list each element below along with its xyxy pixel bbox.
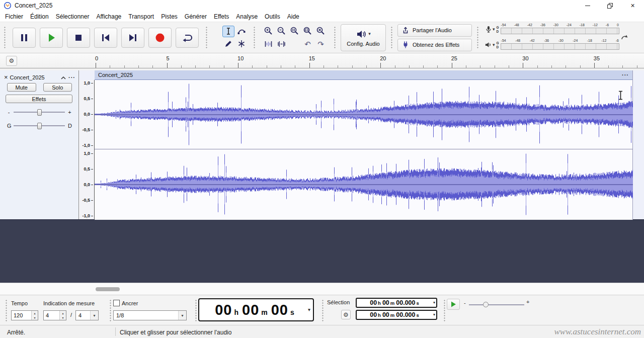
chevron-down-icon[interactable]: ▾ bbox=[178, 311, 186, 320]
snap-checkbox[interactable] bbox=[113, 300, 120, 306]
horizontal-scrollbar-thumb[interactable] bbox=[96, 287, 120, 291]
solo-button[interactable]: Solo bbox=[43, 83, 72, 92]
selection-start-field[interactable]: 00h00m00.000s ▾ bbox=[356, 298, 437, 308]
envelope-tool-button[interactable] bbox=[235, 26, 248, 37]
play-speed-thumb[interactable] bbox=[483, 302, 489, 307]
selection-tool-button[interactable] bbox=[222, 26, 234, 37]
play-speed-slider[interactable] bbox=[469, 300, 524, 309]
time-display[interactable]: 00h00m00s ▾ bbox=[198, 298, 314, 321]
snap-select[interactable]: 1/8 ▾ bbox=[113, 310, 187, 320]
audio-clip[interactable]: Concert_2025 ··· bbox=[95, 70, 633, 220]
menu-item[interactable]: Sélectionner bbox=[52, 12, 93, 21]
clip-menu-button[interactable]: ··· bbox=[622, 72, 629, 78]
meter-scale-number: -18 bbox=[580, 23, 585, 28]
track-menu-button[interactable]: ··· bbox=[68, 74, 75, 80]
waveform-channel-right[interactable] bbox=[95, 149, 633, 219]
zoom-out-button[interactable] bbox=[275, 25, 288, 37]
beats-spinner[interactable]: ▴▾ bbox=[59, 311, 66, 320]
undo-button[interactable]: ↶ bbox=[301, 38, 314, 50]
toolbar-grip[interactable] bbox=[476, 26, 479, 49]
menu-item[interactable]: Aide bbox=[284, 12, 303, 21]
zoom-in-button[interactable] bbox=[262, 25, 275, 37]
skip-to-start-button[interactable] bbox=[94, 28, 117, 48]
record-button[interactable] bbox=[148, 28, 172, 48]
horizontal-scrollbar[interactable] bbox=[0, 283, 644, 295]
snap-label[interactable]: Ancrer bbox=[122, 300, 138, 306]
selection-end-field[interactable]: 00h00m00.000s ▾ bbox=[356, 310, 437, 320]
clip-header[interactable]: Concert_2025 ··· bbox=[95, 70, 632, 80]
trim-audio-button[interactable] bbox=[262, 38, 275, 50]
silence-audio-button[interactable] bbox=[275, 38, 288, 50]
playback-meter-icon[interactable]: ▾ bbox=[485, 39, 495, 49]
close-button[interactable]: × bbox=[621, 0, 644, 11]
tempo-spinner[interactable]: ▴▾ bbox=[31, 311, 38, 320]
play-button[interactable] bbox=[40, 28, 63, 48]
toolbar-grip[interactable] bbox=[334, 26, 336, 49]
toolbar-grip[interactable] bbox=[195, 299, 197, 321]
recording-meter-icon[interactable]: ▾ bbox=[485, 23, 495, 33]
pause-button[interactable] bbox=[13, 28, 36, 48]
toolbar-grip[interactable] bbox=[390, 26, 393, 49]
note-value-select[interactable]: 4 ▾ bbox=[75, 310, 99, 320]
waveform-channel-left[interactable] bbox=[95, 80, 633, 149]
playback-meter[interactable]: ▾ GD -54-48-42-36-30-24-18-12-6 bbox=[485, 39, 619, 52]
menu-item[interactable]: Fichier bbox=[2, 12, 27, 21]
skip-to-end-button[interactable] bbox=[121, 28, 144, 48]
minimize-button[interactable] bbox=[576, 0, 599, 11]
beats-value[interactable]: 4 bbox=[44, 311, 59, 320]
gain-slider[interactable] bbox=[14, 109, 65, 116]
track-name[interactable]: Concert_2025 bbox=[10, 74, 45, 80]
menu-item[interactable]: Analyse bbox=[232, 12, 261, 21]
draw-tool-button[interactable] bbox=[222, 38, 234, 50]
menu-item[interactable]: Transport bbox=[125, 12, 157, 21]
chevron-down-icon[interactable]: ▾ bbox=[433, 312, 435, 317]
play-at-speed-button[interactable] bbox=[447, 299, 460, 310]
timeline-ruler[interactable]: ⚙ 05101520253035 bbox=[0, 53, 644, 68]
recording-meter[interactable]: ▾ GD -54-48-42-36-30-24-18-12-60 bbox=[485, 23, 619, 36]
track-close-button[interactable]: × bbox=[4, 74, 8, 80]
tempo-input[interactable]: 120 ▴▾ bbox=[11, 310, 38, 320]
get-effects-button[interactable]: Obtenez des Effets bbox=[397, 39, 472, 51]
pan-slider-thumb[interactable] bbox=[37, 123, 42, 129]
share-audio-button[interactable]: Partager l'Audio bbox=[397, 24, 472, 37]
vertical-scale-ruler[interactable]: 1,00,50,0-0,5-1,0 1,00,50,0-0,5-1,0 bbox=[79, 80, 95, 219]
toolbar-grip[interactable] bbox=[4, 26, 6, 49]
chevron-down-icon[interactable]: ▾ bbox=[90, 311, 98, 320]
toolbar-grip[interactable] bbox=[109, 299, 112, 321]
meter-scale-number: -48 bbox=[514, 23, 519, 28]
menu-item[interactable]: Générer bbox=[181, 12, 210, 21]
toolbar-grip[interactable] bbox=[443, 299, 446, 321]
selection-options-button[interactable]: ⚙ bbox=[341, 310, 351, 319]
toolbar-grip[interactable] bbox=[321, 299, 324, 321]
stop-button[interactable] bbox=[67, 28, 90, 48]
time-part: 00m bbox=[242, 302, 268, 318]
tempo-value[interactable]: 120 bbox=[12, 311, 31, 320]
loop-button[interactable] bbox=[176, 28, 199, 48]
zoom-fit-project-button[interactable] bbox=[301, 25, 314, 37]
chevron-down-icon[interactable]: ▾ bbox=[433, 300, 435, 305]
toolbar-grip[interactable] bbox=[205, 26, 208, 49]
chevron-down-icon[interactable]: ▾ bbox=[308, 307, 310, 312]
menu-item[interactable]: Pistes bbox=[157, 12, 181, 21]
playback-meter-body[interactable]: -54-48-42-36-30-24-18-12-6 bbox=[501, 39, 619, 50]
track-collapse-icon[interactable] bbox=[60, 75, 66, 80]
effects-button[interactable]: Effets bbox=[6, 95, 72, 103]
zoom-toggle-button[interactable] bbox=[314, 25, 327, 37]
audio-setup-button[interactable]: ▾ Config. Audio bbox=[341, 24, 386, 51]
recording-meter-body[interactable]: -54-48-42-36-30-24-18-12-60 bbox=[501, 23, 619, 34]
zoom-selection-button[interactable] bbox=[288, 25, 301, 37]
redo-button[interactable]: ↷ bbox=[314, 38, 327, 50]
menu-item[interactable]: Affichage bbox=[93, 12, 125, 21]
toolbar-grip[interactable] bbox=[253, 26, 256, 49]
toolbar-grip[interactable] bbox=[5, 299, 8, 321]
gain-slider-thumb[interactable] bbox=[37, 109, 42, 116]
timeline-options-button[interactable]: ⚙ bbox=[6, 56, 17, 66]
menu-item[interactable]: Édition bbox=[27, 12, 52, 21]
restore-button[interactable] bbox=[599, 0, 621, 11]
menu-item[interactable]: Effets bbox=[210, 12, 232, 21]
menu-item[interactable]: Outils bbox=[261, 12, 284, 21]
beats-input[interactable]: 4 ▴▾ bbox=[43, 310, 66, 320]
multi-tool-button[interactable] bbox=[235, 38, 248, 50]
pan-slider[interactable] bbox=[14, 122, 65, 129]
mute-button[interactable]: Mute bbox=[7, 83, 36, 92]
